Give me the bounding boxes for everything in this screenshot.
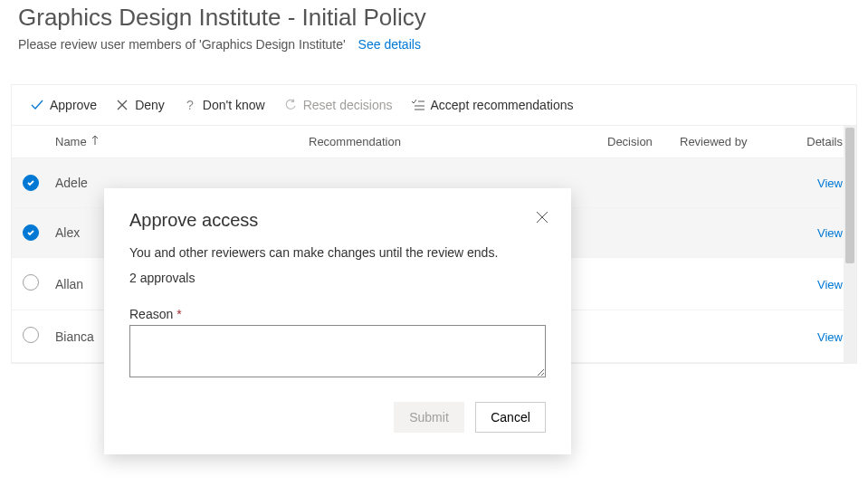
column-recommendation[interactable]: Recommendation [309, 135, 607, 148]
row-checkbox[interactable] [23, 274, 39, 291]
approval-count: 2 approvals [129, 271, 546, 285]
table-header-row: Name Recommendation Decision Reviewed by… [12, 126, 856, 158]
row-checkbox[interactable] [23, 224, 39, 241]
subtitle-text: Please review user members of 'Graphics … [18, 37, 346, 52]
view-link[interactable]: View [817, 330, 843, 344]
page-title: Graphics Design Institute - Initial Poli… [18, 4, 850, 32]
approve-label: Approve [50, 98, 97, 112]
check-icon [26, 228, 35, 237]
see-details-link[interactable]: See details [358, 37, 421, 52]
view-link[interactable]: View [817, 176, 843, 190]
sort-asc-icon [91, 135, 100, 148]
dialog-description: You and other reviewers can make changes… [129, 245, 546, 260]
dont-know-button[interactable]: ? Don't know [176, 94, 272, 116]
close-icon [536, 211, 548, 224]
approve-button[interactable]: Approve [23, 94, 104, 116]
reason-label: Reason * [129, 307, 546, 321]
dialog-title: Approve access [129, 210, 546, 231]
deny-label: Deny [135, 98, 165, 112]
action-toolbar: Approve Deny ? Don't know Reset decision… [11, 84, 857, 125]
accept-label: Accept recommendations [431, 98, 574, 112]
page-subtitle: Please review user members of 'Graphics … [18, 37, 850, 52]
vertical-scrollbar[interactable] [844, 126, 856, 363]
column-reviewed-by[interactable]: Reviewed by [680, 135, 788, 148]
dont-know-label: Don't know [203, 98, 265, 112]
column-decision[interactable]: Decision [607, 135, 680, 148]
view-link[interactable]: View [817, 278, 843, 291]
refresh-icon [283, 98, 298, 112]
scrollbar-thumb[interactable] [845, 128, 854, 263]
x-icon [115, 98, 129, 112]
svg-text:?: ? [186, 99, 194, 111]
accept-recommendations-button[interactable]: Accept recommendations [404, 94, 581, 116]
view-link[interactable]: View [817, 226, 843, 240]
column-name-label: Name [55, 135, 87, 148]
reason-input[interactable] [129, 325, 546, 377]
submit-button: Submit [394, 402, 464, 433]
deny-button[interactable]: Deny [108, 94, 172, 116]
reset-decisions-button: Reset decisions [276, 94, 400, 116]
reset-label: Reset decisions [303, 98, 393, 112]
approve-access-dialog: Approve access You and other reviewers c… [104, 188, 571, 454]
column-name[interactable]: Name [55, 135, 309, 148]
check-icon [30, 98, 44, 112]
row-checkbox[interactable] [23, 175, 39, 191]
list-check-icon [411, 98, 425, 112]
check-icon [26, 178, 35, 187]
cancel-button[interactable]: Cancel [475, 402, 546, 433]
close-button[interactable] [531, 206, 553, 228]
column-details: Details [788, 135, 843, 148]
row-checkbox[interactable] [23, 327, 39, 343]
question-icon: ? [183, 98, 197, 112]
